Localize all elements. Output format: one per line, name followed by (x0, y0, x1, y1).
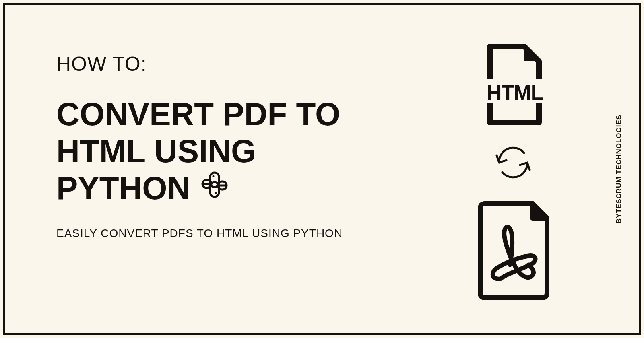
headline-line-1: CONVERT PDF TO (56, 96, 398, 133)
python-icon (200, 170, 229, 207)
brand-sidetext: BYTESCRUM TECHNOLOGIES (615, 115, 623, 223)
headline-line-3: PYTHON (56, 170, 190, 207)
pdf-file-icon (473, 200, 553, 303)
svg-point-5 (215, 192, 217, 194)
refresh-icon (491, 142, 535, 184)
main-content: HOW TO: CONVERT PDF TO HTML USING PYTHON… (56, 52, 398, 240)
svg-point-4 (213, 175, 215, 177)
eyebrow-text: HOW TO: (56, 52, 398, 76)
svg-text:HTML: HTML (487, 81, 543, 104)
headline-line-2: HTML USING (56, 133, 398, 170)
html-file-icon: HTML (481, 44, 545, 126)
headline: CONVERT PDF TO HTML USING PYTHON (56, 96, 398, 207)
subhead-text: EASILY CONVERT PDFS TO HTML USING PYTHON (56, 227, 398, 240)
icon-column: HTML (473, 44, 553, 303)
